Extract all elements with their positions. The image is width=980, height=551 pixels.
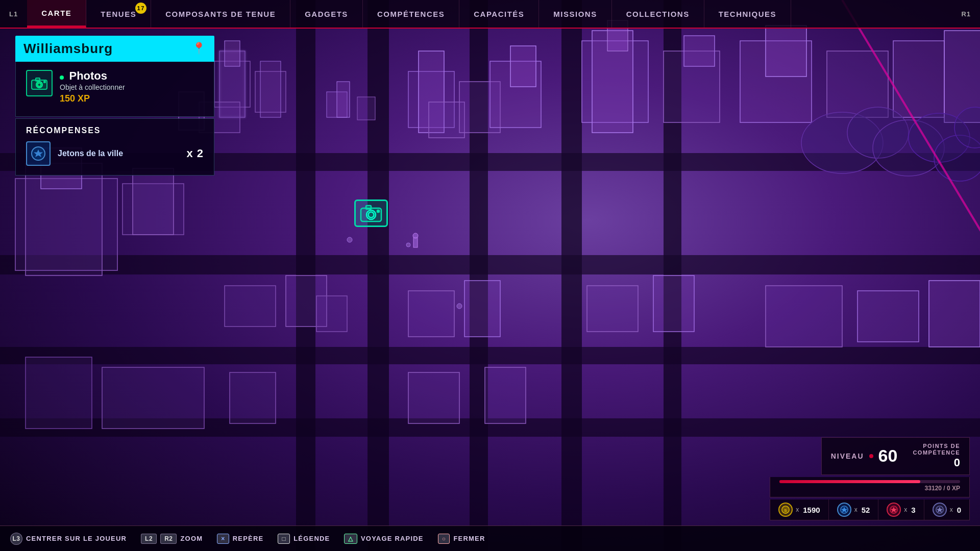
l3-button[interactable]: L3	[10, 533, 22, 545]
action-legende[interactable]: □ LÉGENDE	[278, 534, 330, 544]
svg-rect-7	[0, 347, 980, 364]
svg-rect-20	[133, 168, 174, 235]
nav-item-competences[interactable]: COMPÉTENCES	[363, 0, 459, 28]
points-label: POINTS DECOMPÉTENCE	[913, 443, 960, 456]
svg-rect-47	[102, 367, 204, 429]
currency-row: S x 1590 x 52 x 3	[770, 499, 970, 520]
nav-item-tenues[interactable]: TENUES 17	[86, 0, 151, 28]
svg-rect-37	[225, 286, 276, 327]
location-pin-icon: 📍	[192, 42, 206, 56]
item-xp: 150 XP	[60, 93, 125, 104]
svg-rect-61	[357, 97, 375, 120]
circle-button[interactable]: ○	[438, 534, 450, 544]
rewards-title: RÉCOMPENSES	[26, 126, 204, 135]
nav-item-missions[interactable]: MISSIONS	[539, 0, 611, 28]
svg-point-63	[406, 243, 410, 247]
bottom-action-bar: L3 CENTRER SUR LE JOUEUR L2 R2 ZOOM × RE…	[0, 525, 980, 551]
currency-x3: x	[904, 506, 907, 513]
item-info: Photos Objet à collectionner 150 XP	[60, 70, 125, 104]
item-card: Photos Objet à collectionner 150 XP	[15, 62, 214, 117]
points-block: POINTS DECOMPÉTENCE 0	[913, 443, 960, 469]
svg-rect-41	[464, 281, 500, 337]
nav-item-gadgets[interactable]: GADGETS	[290, 0, 363, 28]
nav-item-carte[interactable]: CARTE	[27, 0, 86, 28]
currency-item-red: x 3	[878, 499, 924, 520]
svg-rect-70	[36, 78, 40, 81]
item-active-dot	[60, 76, 64, 80]
svg-rect-13	[260, 61, 281, 117]
camera-marker-box[interactable]	[354, 199, 388, 227]
xp-bar-background	[779, 480, 960, 483]
svg-rect-26	[510, 46, 536, 87]
currency-item-tokens: S x 1590	[770, 499, 828, 520]
svg-rect-6	[0, 255, 980, 274]
r2-button[interactable]: R2	[160, 534, 177, 544]
svg-rect-33	[766, 26, 806, 77]
svg-rect-65	[413, 237, 418, 247]
square-button[interactable]: □	[278, 534, 290, 544]
dark-token-icon	[933, 503, 947, 517]
nav-item-composants[interactable]: COMPOSANTS DE TENUE	[151, 0, 290, 28]
svg-rect-78	[377, 210, 379, 212]
l2-button[interactable]: L2	[141, 534, 157, 544]
rewards-row: Jetons de la ville x 2	[26, 141, 204, 166]
xp-bar-fill	[779, 480, 920, 483]
svg-rect-40	[408, 291, 454, 337]
svg-point-64	[457, 304, 462, 309]
top-navigation: L1 CARTE TENUES 17 COMPOSANTS DE TENUE G…	[0, 0, 980, 29]
repere-label: REPÈRE	[233, 535, 264, 542]
action-center-player[interactable]: L3 CENTRER SUR LE JOUEUR	[10, 533, 127, 545]
svg-rect-43	[653, 276, 694, 332]
action-voyage-rapide[interactable]: △ VOYAGE RAPIDE	[344, 534, 423, 544]
svg-rect-49	[230, 372, 276, 423]
nav-l1-button[interactable]: L1	[0, 0, 27, 28]
currency-val-3: 3	[911, 506, 915, 514]
points-value: 0	[913, 456, 960, 469]
reward-count: x 2	[186, 147, 204, 160]
svg-rect-60	[337, 82, 350, 117]
svg-text:S: S	[785, 508, 788, 513]
blue-token-icon	[837, 503, 851, 517]
svg-point-66	[413, 233, 418, 238]
stats-area: NIVEAU 60 POINTS DECOMPÉTENCE 0 33120 / …	[770, 437, 970, 520]
xp-bar-wrap: 33120 / 0 XP	[770, 477, 970, 497]
map-camera-marker[interactable]	[353, 198, 389, 229]
item-name: Photos	[69, 69, 107, 82]
item-camera-icon	[26, 70, 53, 96]
svg-rect-11	[225, 41, 240, 66]
action-fermer[interactable]: ○ FERMER	[438, 534, 485, 544]
rewards-card: RÉCOMPENSES Jetons de la ville x 2	[15, 118, 214, 176]
action-repere[interactable]: × REPÈRE	[217, 534, 263, 544]
triangle-button[interactable]: △	[344, 534, 357, 544]
svg-rect-50	[408, 372, 459, 423]
xp-text: 33120 / 0 XP	[779, 485, 960, 492]
svg-rect-1	[368, 0, 389, 551]
currency-x4: x	[950, 506, 953, 513]
x-button[interactable]: ×	[217, 534, 229, 544]
center-player-label: CENTRER SUR LE JOUEUR	[26, 535, 127, 542]
currency-val-4: 0	[957, 506, 961, 514]
level-row: NIVEAU 60 POINTS DECOMPÉTENCE 0	[821, 437, 970, 475]
svg-rect-42	[587, 286, 638, 332]
gold-token-icon: S	[778, 503, 793, 517]
level-dot	[869, 454, 873, 458]
nav-r1-button[interactable]: R1	[952, 0, 980, 28]
svg-rect-46	[929, 281, 980, 347]
nav-item-capacites[interactable]: CAPACITÉS	[459, 0, 539, 28]
zoom-label: ZOOM	[180, 535, 203, 542]
svg-rect-77	[366, 206, 371, 209]
voyage-rapide-label: VOYAGE RAPIDE	[361, 535, 424, 542]
currency-val-2: 52	[862, 506, 870, 514]
action-zoom[interactable]: L2 R2 ZOOM	[141, 534, 203, 544]
item-subtitle: Objet à collectionner	[60, 83, 125, 91]
svg-point-62	[347, 237, 352, 242]
fermer-label: FERMER	[453, 535, 485, 542]
nav-item-collections[interactable]: COLLECTIONS	[612, 0, 704, 28]
reward-name: Jetons de la ville	[58, 149, 179, 158]
svg-rect-48	[26, 357, 92, 429]
currency-val-1: 1590	[803, 506, 820, 514]
currency-item-blue: x 52	[829, 499, 879, 520]
nav-item-techniques[interactable]: TECHNIQUES	[704, 0, 791, 28]
item-name-row: Photos	[60, 70, 125, 82]
svg-rect-3	[561, 0, 582, 551]
